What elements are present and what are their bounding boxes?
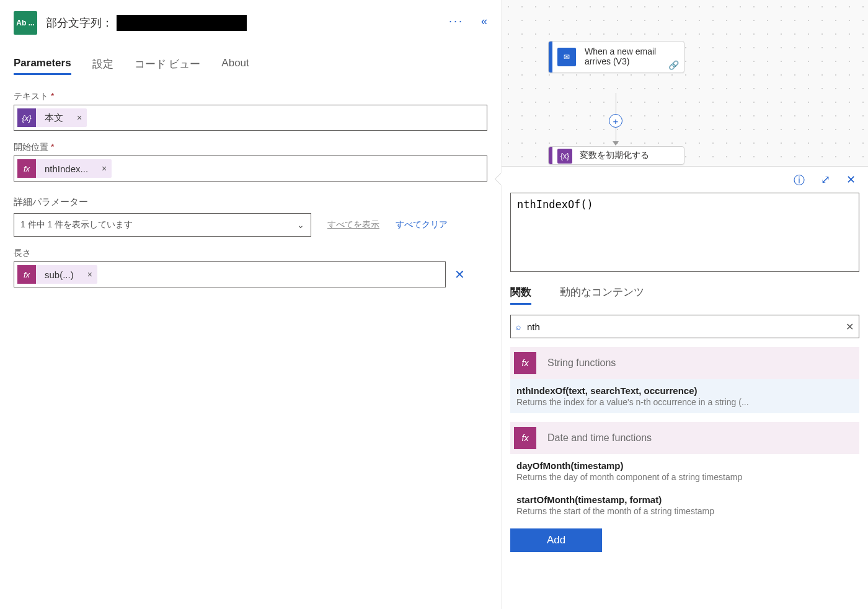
input-length[interactable]: fx sub(...) × [14,261,446,287]
redacted-title [117,15,247,31]
flow-canvas[interactable]: ✉ When a new email arrives (V3) 🔗 + {x} … [502,0,868,164]
tab-functions[interactable]: 関数 [510,285,531,305]
function-search[interactable]: ⌕ ✕ [510,315,859,338]
connector-line [616,93,616,114]
token-remove-icon[interactable]: × [72,113,87,123]
expression-popup: ⓘ ⤢ ✕ 関数 動的なコンテンツ ⌕ ✕ fx String function… [502,166,868,609]
token-label: 本文 [36,112,72,124]
link-icon: 🔗 [668,60,679,70]
category-name: Date and time functions [547,432,652,444]
info-icon[interactable]: ⓘ [794,173,805,188]
tab-settings[interactable]: 設定 [92,57,113,75]
close-icon[interactable]: ✕ [846,173,856,188]
label-length: 長さ [14,248,487,259]
tab-about[interactable]: About [221,57,249,75]
search-input[interactable] [527,322,839,332]
fn-description: Returns the day of month component of a … [516,472,856,482]
expand-icon[interactable]: ⤢ [821,173,830,188]
search-icon: ⌕ [516,322,521,331]
arrow-down-icon [613,141,619,146]
fn-signature: startOfMonth(timestamp, format) [516,494,856,505]
fn-description: Returns the index for a value's n-th occ… [516,397,856,407]
collapse-icon[interactable]: « [481,15,487,28]
input-start[interactable]: fx nthIndex... × [14,156,487,182]
add-button[interactable]: Add [510,528,602,552]
required-marker: * [51,142,54,152]
fx-icon: fx [17,265,36,284]
category-datetime[interactable]: fx Date and time functions [510,422,859,454]
token-label: nthIndex... [36,164,97,174]
card-title: 変数を初期化する [577,147,684,164]
category-name: String functions [547,357,616,369]
fn-signature: dayOfMonth(timestamp) [516,460,856,471]
token-remove-icon[interactable]: × [82,269,97,279]
fx-icon: fx [514,352,536,374]
variable-icon: {x} [557,149,572,164]
required-marker: * [51,91,54,101]
select-value: 1 件中 1 件を表示しています [20,219,133,230]
action-type-badge: Ab ... [14,11,37,35]
label-text: テキスト [14,91,48,101]
add-step-button[interactable]: + [609,114,622,128]
flow-card-init-variable[interactable]: {x} 変数を初期化する [548,146,684,165]
card-accent [549,42,552,72]
fx-icon: fx [17,159,36,178]
connector-line [616,128,616,142]
token-sub[interactable]: fx sub(...) × [17,265,97,284]
outlook-icon: ✉ [557,48,576,66]
flow-card-trigger[interactable]: ✉ When a new email arrives (V3) 🔗 [548,41,684,73]
category-string[interactable]: fx String functions [510,347,859,379]
card-accent [549,147,552,164]
fn-nthindexof[interactable]: nthIndexOf(text, searchText, occurrence)… [510,379,859,413]
advanced-params-select[interactable]: 1 件中 1 件を表示しています ⌄ [14,213,311,237]
advanced-params-title: 詳細パラメーター [14,196,487,208]
token-nthindex[interactable]: fx nthIndex... × [17,159,112,178]
fn-dayofmonth[interactable]: dayOfMonth(timestamp) Returns the day of… [510,454,859,488]
tab-dynamic-content[interactable]: 動的なコンテンツ [560,285,644,305]
popup-arrow [495,173,502,185]
clear-all-link[interactable]: すべてクリア [396,219,448,230]
fn-startofmonth[interactable]: startOfMonth(timestamp, format) Returns … [510,488,859,522]
clear-search-icon[interactable]: ✕ [846,321,854,333]
fx-icon: fx [514,427,536,449]
fn-description: Returns the start of the month of a stri… [516,506,856,516]
panel-title: 部分文字列： [46,15,113,30]
label-start: 開始位置 [14,142,48,152]
token-body[interactable]: {x} 本文 × [17,108,87,127]
expression-input[interactable] [510,193,859,272]
fn-signature: nthIndexOf(text, searchText, occurrence) [516,385,856,396]
chevron-down-icon: ⌄ [297,220,304,230]
more-icon[interactable]: ··· [449,15,464,28]
variable-icon: {x} [17,108,36,127]
tab-code-view[interactable]: コード ビュー [135,57,201,75]
input-text[interactable]: {x} 本文 × [14,105,487,131]
show-all-link[interactable]: すべてを表示 [327,219,379,230]
token-remove-icon[interactable]: × [97,164,112,173]
tab-parameters[interactable]: Parameters [14,57,71,75]
clear-field-icon[interactable]: ✕ [454,267,465,282]
token-label: sub(...) [36,269,82,280]
